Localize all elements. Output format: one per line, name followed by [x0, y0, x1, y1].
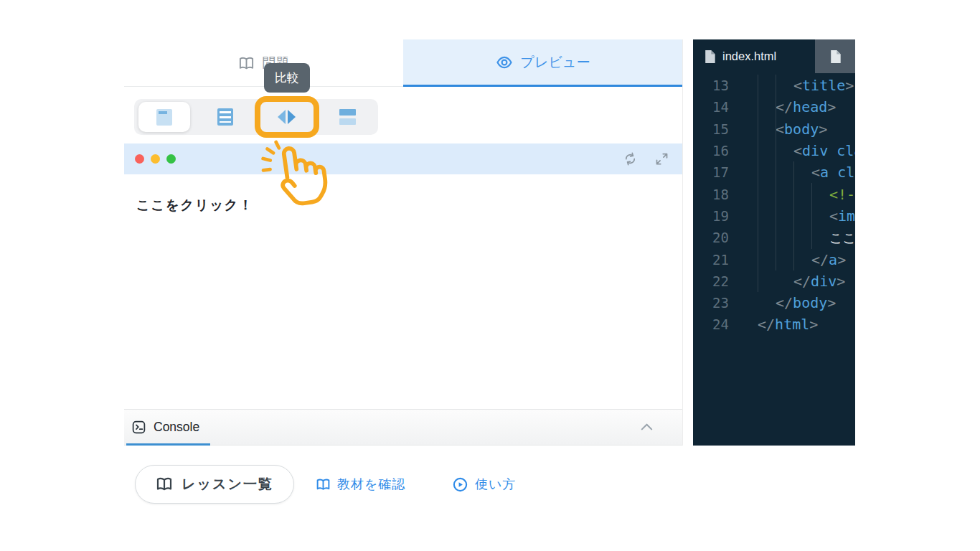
file-icon [830, 50, 841, 63]
compare-view-button[interactable]: 比較 [261, 102, 313, 132]
preview-text[interactable]: ここをクリック！ [136, 196, 253, 214]
code-line-22: 22</div> [693, 270, 855, 292]
compare-view-icon [278, 109, 296, 125]
editor-tab-index-html[interactable]: index.html [693, 39, 815, 73]
lesson-panel: 問題 プレビュー 比較 [124, 39, 682, 446]
terminal-icon [131, 420, 146, 435]
console-label[interactable]: Console [154, 420, 199, 435]
chevron-up-icon[interactable] [639, 419, 655, 435]
code-line-24: 24</html> [693, 314, 855, 335]
code-line-23: 23</body> [693, 292, 855, 314]
preview-browser-bar [124, 143, 682, 174]
document-view-icon [156, 109, 172, 126]
code-editor: index.html 13<title>14</head>15<body>16<… [693, 39, 855, 446]
indent-guide [811, 183, 812, 249]
split-view-button[interactable] [322, 102, 374, 132]
yellow-dot [151, 154, 160, 164]
file-icon [705, 50, 715, 63]
code-line-13: 13<title> [693, 75, 855, 96]
code-area[interactable]: 13<title>14</head>15<body>16<div cla17<a… [693, 73, 855, 336]
editor-tabbar: index.html [693, 39, 855, 73]
code-line-19: 19<img [693, 205, 855, 227]
book-icon [156, 476, 173, 493]
fullscreen-icon[interactable] [654, 151, 669, 166]
console-bar: Console [124, 409, 682, 446]
list-view-button[interactable] [199, 102, 251, 132]
editor-tab-label: index.html [722, 50, 776, 63]
code-line-17: 17<a cla [693, 161, 855, 183]
code-line-16: 16<div cla [693, 140, 855, 161]
tab-preview-label: プレビュー [521, 53, 590, 72]
refresh-icon[interactable] [623, 151, 638, 166]
green-dot [166, 154, 176, 164]
code-line-14: 14</head> [693, 96, 855, 118]
red-dot [135, 154, 144, 164]
eye-icon [496, 54, 513, 71]
tab-preview[interactable]: プレビュー [403, 39, 682, 87]
editor-tab-partial[interactable] [815, 39, 855, 73]
indent-guide [793, 161, 794, 270]
indent-guide [776, 75, 776, 270]
how-to-use-label: 使い方 [475, 476, 516, 493]
list-view-icon [217, 108, 233, 126]
split-view-icon [339, 109, 356, 125]
book-icon [238, 55, 255, 72]
panel-tabbar: 問題 プレビュー [124, 39, 682, 87]
code-line-21: 21</a> [693, 248, 855, 270]
indent-guide [758, 75, 758, 292]
lesson-list-button[interactable]: レッスン一覧 [135, 465, 294, 504]
how-to-use-link[interactable]: 使い方 [452, 465, 516, 504]
compare-tooltip: 比較 [264, 63, 310, 93]
check-materials-label: 教材を確認 [337, 476, 405, 493]
view-mode-toolbar: 比較 [134, 99, 378, 135]
check-materials-link[interactable]: 教材を確認 [316, 465, 405, 504]
play-circle-icon [452, 476, 468, 493]
lesson-list-label: レッスン一覧 [182, 475, 273, 494]
console-active-underline [126, 443, 210, 446]
code-line-15: 15<body> [693, 118, 855, 140]
traffic-lights [135, 154, 176, 164]
book-icon [316, 477, 331, 492]
preview-content: ここをクリック！ [124, 174, 682, 409]
code-line-20: 20ここを [693, 227, 855, 248]
page: 問題 プレビュー 比較 [0, 0, 980, 551]
single-view-button[interactable] [138, 102, 190, 132]
code-line-18: 18<!-- [693, 183, 855, 204]
